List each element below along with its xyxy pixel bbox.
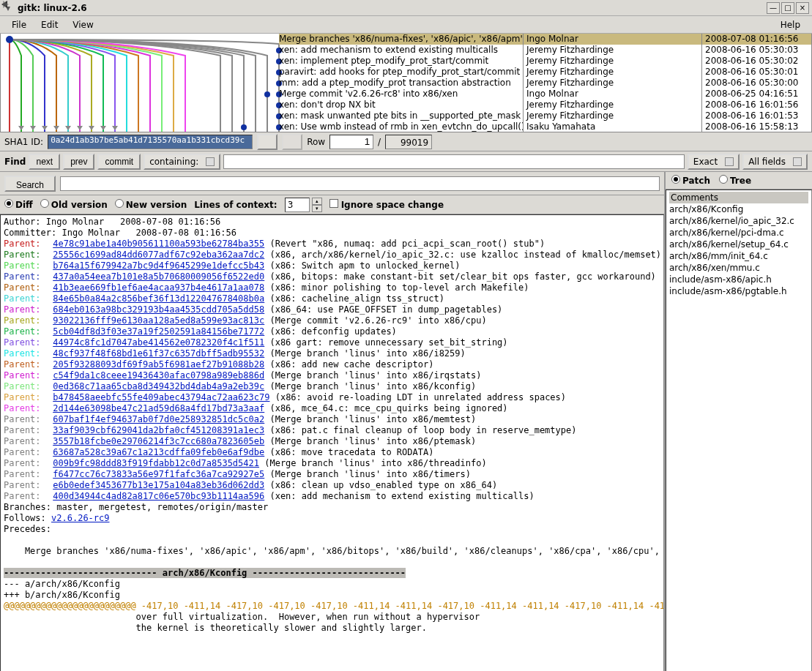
patch-radio[interactable]: Patch [671,175,710,186]
row-current-input[interactable] [329,135,373,149]
date-column[interactable]: 2008-07-08 01:16:562008-06-16 05:30:0320… [702,34,811,132]
commit-date[interactable]: 2008-06-16 05:30:00 [702,78,811,89]
commit-date[interactable]: 2008-06-16 05:30:01 [702,67,811,78]
commit-author[interactable]: Jeremy Fitzhardinge [524,56,701,67]
commit-date[interactable]: 2008-06-16 05:30:03 [702,45,811,56]
window-title: gitk: linux-2.6 [18,3,765,13]
author-column[interactable]: Ingo Molnar Jeremy Fitzhardinge Jeremy F… [524,34,702,132]
parent-link[interactable]: 93022136fff9e6130aa128a5ed8a599e93ac813c [53,315,264,326]
spinner-up-icon[interactable]: ▴ [312,198,322,205]
commit-date[interactable]: 2008-06-16 05:30:02 [702,56,811,67]
svg-point-0 [6,36,13,43]
commit-subject[interactable]: xen: add mechanism to extend existing mu… [279,45,524,56]
commit-subject[interactable]: xen: implement ptep_modify_prot_start/co… [279,56,524,67]
parent-link[interactable]: 41b3eae669fb1ef6ae4acaa937b4e4617a1aa078 [53,282,264,293]
nav-back-button[interactable] [257,134,278,150]
diff-radio[interactable]: Diff [4,199,33,210]
parent-link[interactable]: b764a15f679942a7bc9d4f9645299e1defcc5b43 [53,260,264,271]
find-input[interactable] [223,154,685,169]
menubar: File Edit View Help [0,16,812,34]
context-spinner[interactable]: 3 [285,198,310,212]
maximize-button[interactable]: □ [781,2,794,14]
commit-author[interactable]: Jeremy Fitzhardinge [524,67,701,78]
commit-list[interactable]: Merge branches 'x86/numa-fixes', 'x86/ap… [0,34,812,132]
find-next-button[interactable]: next [29,154,60,170]
file-entry[interactable]: include/asm-x86/apic.h [669,274,808,285]
parent-link[interactable]: 84e65b0a84a2c856bef36f13d122047678408b0a [53,293,264,304]
find-prev-button[interactable]: prev [63,154,94,170]
find-exact-dropdown[interactable]: Exact [688,154,740,170]
commit-date[interactable]: 2008-06-16 15:58:13 [702,121,811,132]
ignore-space-checkbox[interactable]: Ignore space change [329,199,444,210]
commit-subject[interactable]: xen: mask unwanted pte bits in __support… [279,110,524,121]
parent-link[interactable]: 205f93288093df69f9ab5f6981aef27b91088b28 [53,359,264,370]
commit-author[interactable]: Jeremy Fitzhardinge [524,45,701,56]
search-button[interactable]: Search [4,176,56,192]
menu-edit[interactable]: Edit [34,18,65,31]
commit-subject[interactable]: Merge commit 'v2.6.26-rc8' into x86/xen [279,89,524,100]
new-version-radio[interactable]: New version [115,199,187,210]
commit-subject[interactable]: paravirt: add hooks for ptep_modify_prot… [279,67,524,78]
parent-link[interactable]: 2d144e63098be47c21ad59d68a4fd17bd73a3aaf [53,403,264,413]
comments-header[interactable]: Comments [669,192,808,203]
commit-author[interactable]: Ingo Molnar [524,34,701,45]
commit-date[interactable]: 2008-06-16 16:01:53 [702,110,811,121]
file-entry[interactable]: arch/x86/Kconfig [669,203,808,215]
parent-link[interactable]: 0ed368c71aa65cba8d349432bd4dab4a9a2eb39c [53,381,264,391]
parent-link[interactable]: 009b9fc98ddd83f919fdabb12c0d7a8535d5421 [53,458,259,468]
commit-date[interactable]: 2008-07-08 01:16:56 [702,34,811,45]
sha-input[interactable]: 0a24d1ab3b7be5ab41d7135570aa1b331cbcd39c [48,135,253,149]
parent-link[interactable]: 5cb04df8d3f03e37a19f2502591a84156be71772 [53,326,264,337]
find-commit-button[interactable]: commit [97,154,141,170]
menu-file[interactable]: File [4,18,34,31]
tree-radio[interactable]: Tree [719,175,751,186]
commit-subject[interactable]: Merge branches 'x86/numa-fixes', 'x86/ap… [279,34,524,45]
commit-date[interactable]: 2008-06-25 04:16:51 [702,89,811,100]
parent-link[interactable]: e6b0edef3453677b13e175a104a83eb36d062dd3 [53,480,264,490]
find-containing-dropdown[interactable]: containing: [144,154,220,170]
graph-column[interactable]: Merge branches 'x86/numa-fixes', 'x86/ap… [1,34,524,132]
parent-link[interactable]: 3557b18fcbe0e29706214f3c7cc680a7823605eb [53,436,264,446]
parent-link[interactable]: 400d34944c4ad82a817c06e570bc93b1114aa596 [53,491,264,501]
commit-author[interactable]: Jeremy Fitzhardinge [524,78,701,89]
follows-link[interactable]: v2.6.26-rc9 [51,513,109,523]
parent-link[interactable]: 33af9039cbf629041da2bfa0cf451208391a1ec3 [53,425,264,435]
commit-subject[interactable]: xen: Use wmb instead of rmb in xen_evtch… [279,121,524,132]
parent-link[interactable]: c54f9da1c8ceee19436430afac0798a989eb886d [53,370,264,381]
menu-help[interactable]: Help [773,18,808,31]
find-allfields-dropdown[interactable]: All fields [742,154,808,170]
parent-link[interactable]: 4e78c91abe1a40b905611100a593be62784ba355 [53,239,264,249]
commit-author[interactable]: Isaku Yamahata [524,121,701,132]
file-entry[interactable]: arch/x86/kernel/io_apic_32.c [669,215,808,227]
file-entry[interactable]: arch/x86/mm/init_64.c [669,250,808,262]
commit-details-view[interactable]: Author: Ingo Molnar 2008-07-08 01:16:56 … [0,214,664,671]
nav-forward-button[interactable] [282,134,302,150]
parent-link[interactable]: b478458aeebfc55fe409abec43794ac72aa623c7… [53,392,269,402]
parent-link[interactable]: 25556c1699ad84dd6077adf67c92eba362aa7dc2 [53,250,264,260]
menu-view[interactable]: View [65,18,100,31]
old-version-radio[interactable]: Old version [40,199,108,210]
commit-author[interactable]: Jeremy Fitzhardinge [524,100,701,110]
parent-link[interactable]: 607baf1f4ef94637ab0f7d0e258932851dc5c0a2 [53,414,264,424]
close-button[interactable]: × [796,2,809,14]
parent-link[interactable]: 44974c8fc1d7047abe414562e0782320f4c1f511 [53,337,264,348]
commit-author[interactable]: Jeremy Fitzhardinge [524,110,701,121]
minimize-button[interactable]: — [767,2,780,14]
file-entry[interactable]: arch/x86/xen/mmu.c [669,262,808,274]
parent-link[interactable]: 437a0a54eea7b101e8a5b70680009056f6522ed0 [53,271,264,282]
parent-link[interactable]: 48cf937f48f68bd1e61f37c6357dbff5adb95532 [53,348,264,359]
commit-subject[interactable]: xen: don't drop NX bit [279,100,524,110]
parent-link[interactable]: f6477cc76c73833a56e97f1fafc36a7ca92927e5 [53,469,264,479]
file-entry[interactable]: include/asm-x86/pgtable.h [669,285,808,297]
search-input[interactable] [60,176,660,191]
commit-author[interactable]: Ingo Molnar [524,89,701,100]
file-entry[interactable]: arch/x86/kernel/setup_64.c [669,239,808,250]
file-entry[interactable]: arch/x86/kernel/pci-dma.c [669,227,808,239]
parent-link[interactable]: 63687a528c39a67c1a213cdffa09feb0e6af9dbe [53,447,264,457]
spinner-down-icon[interactable]: ▾ [312,205,322,212]
commit-subject[interactable]: mm: add a ptep_modify_prot transaction a… [279,78,524,89]
commit-date[interactable]: 2008-06-16 16:01:56 [702,100,811,110]
svg-marker-21 [3,1,9,8]
parent-link[interactable]: 684eb0163a98bc329193b4aa4535cdd705a5dd58 [53,304,264,315]
file-list[interactable]: Comments arch/x86/Kconfigarch/x86/kernel… [666,190,812,671]
